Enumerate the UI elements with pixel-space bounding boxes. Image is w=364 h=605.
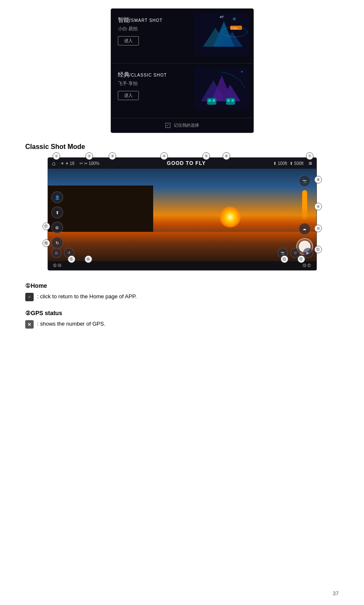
bottom-left-label: ⑮ ⑭ <box>53 263 62 268</box>
ctrl-14[interactable]: ↺ <box>64 248 74 258</box>
section-title: Classic Shot Mode <box>25 143 339 151</box>
svg-text:45°: 45° <box>220 16 224 19</box>
ctrl-15[interactable]: ◎ <box>51 248 61 258</box>
remember-checkbox[interactable]: ✓ <box>165 123 170 128</box>
top-screenshots: 智能/SMART SHOT 小白·易拍 进入 <box>25 8 339 133</box>
gimbal-btn[interactable]: ⚙ <box>51 222 63 234</box>
cloud-btn[interactable]: ☁ <box>299 223 311 235</box>
desc-home: ①Home ⌂ : click to return to the Home pa… <box>25 282 339 301</box>
camera-mode-btn[interactable]: 📷 <box>299 175 311 187</box>
bottom-left-controls: ◎ ↺ <box>51 248 74 258</box>
desc-gps-heading: ②GPS status <box>25 310 339 316</box>
altitude-value: ⬆ 100ft <box>273 161 287 166</box>
desc-home-heading: ①Home <box>25 282 339 289</box>
sun-glow <box>220 207 241 228</box>
app-screenshot: 智能/SMART SHOT 小白·易拍 进入 <box>111 8 254 133</box>
svg-rect-15 <box>207 98 216 105</box>
left-controls: 👤 ⬆ ⚙ ↻ <box>51 191 63 249</box>
desc-gps: ②GPS status : shows the number of GPS. <box>25 310 339 329</box>
ctrl-camera-switch[interactable]: 📷 <box>278 248 288 258</box>
smart-shot-panel: 智能/SMART SHOT 小白·易拍 进入 <box>111 9 253 64</box>
ui-frame: ⌂ ✶ ✶ 18 ✂ ✂ 100% GOOD TO FLY ⬆ 100ft ⬆ … <box>48 157 317 271</box>
svg-point-20 <box>231 99 234 102</box>
bottom-right-controls: 📷 ⊙ ▶ <box>278 248 313 258</box>
right-controls: 📷 ☁ <box>296 175 313 255</box>
ui-bottom-row: ⑮ ⑭ ⑬ ⑫ <box>48 261 316 270</box>
upload-btn[interactable]: ⬆ <box>51 207 63 218</box>
svg-text:✈: ✈ <box>233 18 235 20</box>
good-to-fly-status: GOOD TO FLY <box>104 160 268 166</box>
desc-gps-text: : shows the number of GPS. <box>37 320 106 328</box>
smart-shot-illustration: ✈ 0.5km 45° <box>194 13 249 55</box>
building-silhouette <box>48 186 153 236</box>
range-value: ⬆ 500ft <box>290 161 303 166</box>
ctrl-13[interactable]: ⊙ <box>290 248 300 258</box>
signal-icon: ✂ <box>80 161 83 166</box>
stabilize-btn[interactable]: ↻ <box>51 237 63 249</box>
altitude-slider[interactable] <box>302 190 307 220</box>
signal-value: ✂ 100% <box>84 161 99 166</box>
user-icon-btn[interactable]: 👤 <box>51 191 63 203</box>
signal-status: ✂ ✂ 100% <box>80 161 99 166</box>
svg-point-16 <box>208 99 211 102</box>
classic-shot-illustration: ✈ <box>194 68 249 110</box>
svg-point-19 <box>227 99 230 102</box>
page-number: 37 <box>333 590 339 597</box>
bottom-right-label: ⑬ ⑫ <box>303 263 311 268</box>
svg-rect-18 <box>226 98 235 105</box>
classic-shot-panel: 经典/CLASSIC SHOT 飞手·享拍 进入 <box>111 64 253 118</box>
gps-value: ✶ 18 <box>65 161 74 166</box>
altitude-info: ⬆ 100ft ⬆ 500ft <box>273 161 303 166</box>
menu-icon[interactable]: ≡ <box>308 160 312 167</box>
classic-shot-enter-btn[interactable]: 进入 <box>118 91 139 100</box>
home-icon[interactable]: ⌂ <box>52 160 56 167</box>
remember-label: 记住我的选择 <box>174 122 199 128</box>
gps-icon: ✶ <box>61 161 64 166</box>
gps-status: ✶ ✶ 18 <box>61 161 74 166</box>
bottom-controls-overlay: ◎ ↺ 📷 ⊙ ▶ <box>48 248 316 258</box>
desc-gps-item: : shows the number of GPS. <box>25 320 339 329</box>
gps-desc-icon <box>25 320 34 329</box>
ctrl-12[interactable]: ▶ <box>303 248 313 258</box>
svg-point-17 <box>213 99 215 102</box>
app-bottom-bar: ✓ 记住我的选择 <box>111 118 253 133</box>
desc-home-text: : click to return to the Home page of AP… <box>37 292 137 301</box>
svg-text:✈: ✈ <box>241 70 243 73</box>
camera-view: 📷 ☁ 👤 ⬆ ⚙ ↻ ◎ ↺ 📷 <box>48 169 316 261</box>
smart-shot-enter-btn[interactable]: 进入 <box>118 36 139 45</box>
ui-mockup-wrapper: ⌂ ✶ ✶ 18 ✂ ✂ 100% GOOD TO FLY ⬆ 100ft ⬆ … <box>48 157 317 271</box>
desc-home-item: ⌂ : click to return to the Home page of … <box>25 292 339 301</box>
ui-topbar: ⌂ ✶ ✶ 18 ✂ ✂ 100% GOOD TO FLY ⬆ 100ft ⬆ … <box>48 158 316 169</box>
svg-text:0.5km: 0.5km <box>231 27 238 29</box>
home-desc-icon: ⌂ <box>25 293 34 301</box>
